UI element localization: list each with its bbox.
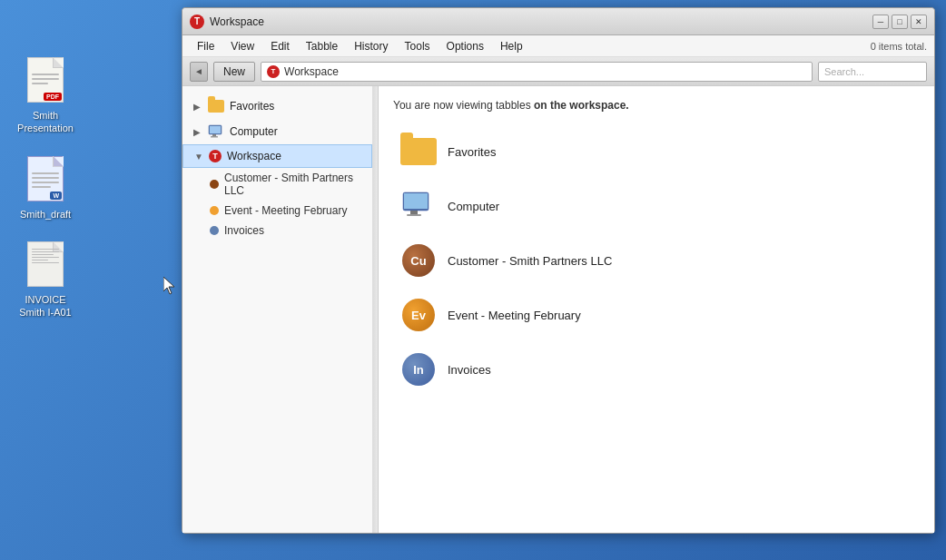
minimize-button[interactable]: ─ bbox=[872, 15, 889, 29]
back-button[interactable]: ◄ bbox=[190, 62, 208, 82]
pdf-badge: PDF bbox=[44, 93, 62, 101]
toolbar: ◄ New T Workspace Search... bbox=[182, 57, 934, 86]
menu-help[interactable]: Help bbox=[493, 38, 530, 54]
invoice-label: INVOICESmith I-A01 bbox=[19, 293, 71, 319]
event-dot-icon bbox=[210, 206, 219, 215]
mouse-cursor bbox=[163, 277, 176, 298]
panel-items: Favorites Computer bbox=[393, 128, 920, 393]
event-badge: Ev bbox=[402, 299, 435, 331]
svg-rect-1 bbox=[210, 126, 221, 133]
menu-tabble[interactable]: Tabble bbox=[299, 38, 345, 54]
panel-invoices-icon: In bbox=[400, 351, 437, 388]
menu-tools[interactable]: Tools bbox=[398, 38, 438, 54]
sidebar-computer-label: Computer bbox=[230, 125, 278, 138]
panel-event-icon: Ev bbox=[400, 297, 437, 333]
sidebar-item-workspace[interactable]: ▼ T Workspace bbox=[182, 144, 372, 168]
menu-items: File View Edit Tabble History Tools Opti… bbox=[190, 38, 530, 54]
desktop-icons: PDF Smith Presentation W bbox=[9, 54, 82, 319]
svg-rect-3 bbox=[211, 136, 218, 138]
sidebar: ▶ Favorites ▶ bbox=[182, 86, 373, 533]
customer-badge: Cu bbox=[402, 244, 435, 277]
workspace-window: T Workspace ─ □ ✕ File View Edit Tabble … bbox=[182, 7, 935, 534]
panel-item-computer[interactable]: Computer bbox=[393, 182, 920, 230]
menu-edit[interactable]: Edit bbox=[263, 38, 297, 54]
svg-rect-6 bbox=[410, 211, 418, 214]
sidebar-item-favorites[interactable]: ▶ Favorites bbox=[182, 93, 372, 119]
sidebar-sub-invoices[interactable]: Invoices bbox=[182, 221, 372, 241]
customer-dot-icon bbox=[210, 180, 219, 189]
svg-rect-5 bbox=[404, 193, 428, 209]
title-bar-left: T Workspace bbox=[190, 15, 264, 29]
sidebar-event-label: Event - Meeting February bbox=[224, 204, 347, 217]
main-panel: You are now viewing tabbles on the works… bbox=[379, 86, 934, 533]
address-text: Workspace bbox=[284, 65, 339, 78]
close-button[interactable]: ✕ bbox=[911, 15, 927, 29]
computer-svg-icon bbox=[208, 124, 224, 139]
sidebar-sub-event[interactable]: Event - Meeting February bbox=[182, 201, 372, 221]
menu-file[interactable]: File bbox=[190, 38, 222, 54]
panel-event-label: Event - Meeting February bbox=[448, 309, 581, 322]
svg-rect-7 bbox=[407, 214, 421, 216]
maximize-button[interactable]: □ bbox=[892, 15, 908, 29]
panel-customer-icon: Cu bbox=[400, 242, 437, 279]
invoices-badge: In bbox=[402, 353, 435, 386]
sidebar-sub-customer[interactable]: Customer - Smith Partners LLC bbox=[182, 168, 372, 201]
window-controls: ─ □ ✕ bbox=[872, 15, 927, 29]
svg-rect-2 bbox=[212, 134, 216, 136]
window-title: Workspace bbox=[210, 15, 264, 28]
expand-arrow-favorites: ▶ bbox=[193, 102, 202, 112]
panel-favorites-icon bbox=[400, 133, 437, 170]
cursor-svg bbox=[163, 277, 176, 295]
address-bar[interactable]: T Workspace bbox=[261, 62, 813, 82]
expand-arrow-workspace: ▼ bbox=[194, 152, 203, 162]
sidebar-invoices-label: Invoices bbox=[224, 224, 264, 237]
sidebar-item-computer[interactable]: ▶ Computer bbox=[182, 119, 372, 144]
sidebar-favorites-label: Favorites bbox=[230, 100, 274, 113]
panel-item-invoices[interactable]: In Invoices bbox=[393, 346, 920, 393]
word-badge: W bbox=[50, 192, 62, 200]
desktop-icon-invoice-smith[interactable]: INVOICESmith I-A01 bbox=[9, 239, 82, 319]
smith-presentation-label: Smith Presentation bbox=[9, 109, 82, 135]
sidebar-workspace-label: Workspace bbox=[227, 150, 281, 162]
title-bar: T Workspace ─ □ ✕ bbox=[182, 8, 934, 35]
menu-bar: File View Edit Tabble History Tools Opti… bbox=[182, 35, 934, 57]
address-icon: T bbox=[267, 65, 280, 78]
main-content: ▶ Favorites ▶ bbox=[182, 86, 934, 533]
desktop-icon-smith-draft[interactable]: W Smith_draft bbox=[9, 153, 82, 221]
expand-arrow-computer: ▶ bbox=[193, 127, 202, 137]
workspace-title-icon: T bbox=[190, 15, 204, 29]
new-button[interactable]: New bbox=[213, 62, 255, 82]
smith-draft-label: Smith_draft bbox=[20, 208, 71, 221]
panel-item-customer[interactable]: Cu Customer - Smith Partners LLC bbox=[393, 237, 920, 284]
panel-computer-icon bbox=[400, 188, 437, 224]
panel-favorites-label: Favorites bbox=[448, 145, 496, 159]
search-box[interactable]: Search... bbox=[818, 62, 927, 82]
computer-panel-svg bbox=[401, 192, 436, 221]
items-count: 0 items total. bbox=[871, 41, 927, 52]
svg-marker-8 bbox=[163, 277, 174, 294]
panel-item-favorites[interactable]: Favorites bbox=[393, 128, 920, 175]
menu-view[interactable]: View bbox=[223, 38, 261, 54]
panel-item-event[interactable]: Ev Event - Meeting February bbox=[393, 291, 920, 339]
favorites-folder-icon bbox=[208, 98, 224, 114]
panel-invoices-label: Invoices bbox=[448, 363, 491, 377]
invoices-dot-icon bbox=[210, 226, 219, 235]
panel-header: You are now viewing tabbles on the works… bbox=[393, 97, 920, 113]
desktop-icon-smith-presentation[interactable]: PDF Smith Presentation bbox=[9, 54, 82, 135]
panel-computer-label: Computer bbox=[448, 200, 499, 213]
workspace-sidebar-icon: T bbox=[209, 150, 222, 162]
sidebar-customer-label: Customer - Smith Partners LLC bbox=[224, 172, 361, 197]
desktop: PDF Smith Presentation W bbox=[0, 0, 946, 560]
computer-sidebar-icon bbox=[208, 123, 224, 140]
menu-history[interactable]: History bbox=[347, 38, 395, 54]
menu-options[interactable]: Options bbox=[439, 38, 491, 54]
panel-customer-label: Customer - Smith Partners LLC bbox=[448, 254, 612, 268]
